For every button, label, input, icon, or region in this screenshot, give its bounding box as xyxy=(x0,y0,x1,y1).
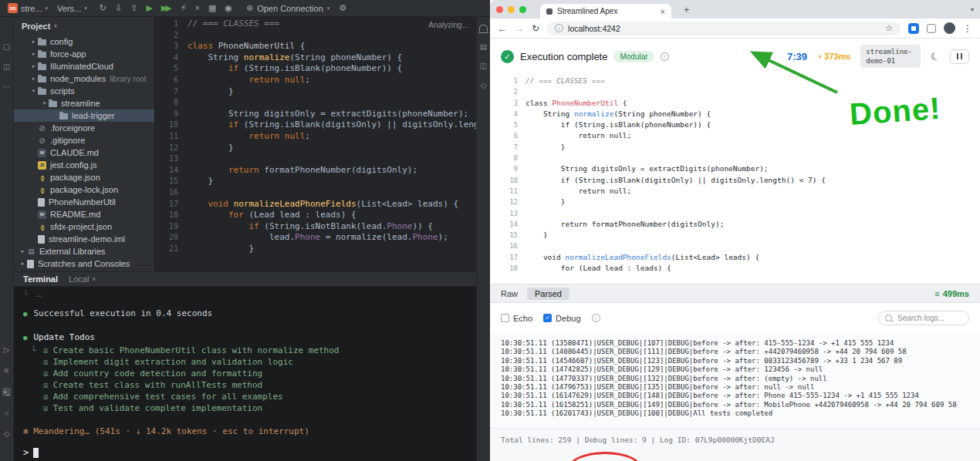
bookmark-star-icon[interactable]: ☆ xyxy=(885,23,893,33)
code-line[interactable]: 17 void normalizeLeadPhoneFields(List<Le… xyxy=(155,199,476,210)
tree-item[interactable]: ⊘.forceignore xyxy=(14,122,154,134)
vcs-selector[interactable]: Vers... ▾ xyxy=(57,4,87,13)
forward-button[interactable]: → xyxy=(515,23,524,34)
raw-tab[interactable]: Raw xyxy=(501,289,518,298)
browser-menu-icon[interactable]: ⋮ xyxy=(963,23,972,34)
tree-item[interactable]: ▸config xyxy=(14,35,154,48)
code-line[interactable]: 9 String digitsOnly = extractDigits(phon… xyxy=(155,109,476,120)
code-line[interactable]: 20 lead.Phone = normalize(lead.Phone); xyxy=(155,232,476,244)
tree-item[interactable]: ▸force-app xyxy=(14,48,154,60)
project-selector[interactable]: SD stre... ▾ xyxy=(8,3,48,13)
stop-icon[interactable]: × xyxy=(195,4,200,12)
info-icon[interactable]: i xyxy=(661,52,669,61)
more-icon[interactable]: ⋯ xyxy=(3,83,11,91)
tree-item-label: .forceignore xyxy=(50,123,95,133)
tab-terminal[interactable]: Terminal xyxy=(23,274,58,284)
todo-tool-icon[interactable]: ≡ xyxy=(5,367,9,375)
pause-button[interactable] xyxy=(950,49,969,64)
code-line[interactable]: 3class PhoneNumberUtil { xyxy=(155,41,476,52)
code-line[interactable]: 8 xyxy=(155,97,476,109)
tree-item[interactable]: {}package-lock.json xyxy=(14,183,154,196)
profile-avatar[interactable] xyxy=(944,22,955,34)
sync-icon[interactable]: ↻ xyxy=(100,4,106,12)
back-button[interactable]: ← xyxy=(498,23,507,34)
address-bar[interactable]: i localhost:4242 ☆ xyxy=(547,22,901,35)
tree-item[interactable]: MCLAUDE.md xyxy=(14,146,154,159)
code-line[interactable]: 7 } xyxy=(155,86,476,98)
database-icon[interactable]: ◫ xyxy=(480,62,487,70)
tree-item[interactable]: {}package.json xyxy=(14,171,154,183)
lightning-icon[interactable]: ⚡ xyxy=(181,4,187,12)
services-tool-icon[interactable]: ◇ xyxy=(4,430,10,438)
pull-icon[interactable]: ⇩ xyxy=(115,4,122,12)
code-line[interactable]: 2 xyxy=(155,30,476,42)
tree-item[interactable]: ▸IlluminatedCloud xyxy=(14,60,154,72)
run-icon[interactable]: ▶ xyxy=(146,4,152,12)
tree-item[interactable]: streamline-demo.iml xyxy=(14,233,154,245)
push-icon[interactable]: ⇧ xyxy=(130,4,137,12)
tree-item[interactable]: MREADME.md xyxy=(14,208,154,220)
close-tab-icon[interactable]: × xyxy=(661,7,665,16)
project-panel-header[interactable]: Project ▾ xyxy=(14,17,154,35)
echo-checkbox[interactable]: Echo xyxy=(501,314,532,323)
code-line[interactable]: 10 if (String.isBlank(digitsOnly) || dig… xyxy=(155,119,476,131)
zoom-window-button[interactable] xyxy=(519,6,526,13)
code-line[interactable]: 13 xyxy=(155,153,476,165)
tree-item[interactable]: lead-trigger xyxy=(14,109,154,122)
code-line[interactable]: 21 } xyxy=(155,244,476,255)
code-line[interactable]: 16 xyxy=(155,187,476,199)
tree-item[interactable]: JSjest.config.js xyxy=(14,159,154,171)
tree-item[interactable]: PhoneNumberUtil xyxy=(14,196,154,208)
settings-gear-icon[interactable]: ⚙ xyxy=(339,4,346,12)
terminal-tool-icon[interactable]: >_ xyxy=(2,388,12,396)
org-selector[interactable]: streamline-demo-01 xyxy=(860,45,921,68)
search-box[interactable] xyxy=(878,311,969,325)
code-line[interactable]: 11 return null; xyxy=(155,131,476,143)
search-input[interactable] xyxy=(896,313,962,323)
open-connection-button[interactable]: ⊕ Open Connection ▾ xyxy=(246,3,329,13)
terminal-panel[interactable]: └ … ● Successful execution in 0.4 second… xyxy=(14,287,476,461)
browser-tab[interactable]: Streamlined Apex × xyxy=(540,4,671,19)
extensions-icon[interactable] xyxy=(927,24,936,33)
minimize-window-button[interactable] xyxy=(508,6,515,13)
site-info-icon[interactable]: i xyxy=(555,24,563,32)
record-icon[interactable]: ◉ xyxy=(225,4,232,12)
parsed-tab[interactable]: Parsed xyxy=(527,288,569,300)
terminal-prompt[interactable]: > xyxy=(23,447,39,458)
debug-checkbox[interactable]: ✓ Debug xyxy=(543,314,580,323)
code-line[interactable]: 15 } xyxy=(155,176,476,187)
code-editor[interactable]: Analyzing... 1// === CLASSES ===23class … xyxy=(154,17,476,271)
code-line[interactable]: 19 if (String.isNotBlank(lead.Phone)) { xyxy=(155,221,476,233)
tree-item[interactable]: ▸node_moduleslibrary root xyxy=(14,72,154,85)
commit-icon[interactable]: ◫ xyxy=(3,63,10,71)
code-line[interactable]: 12 } xyxy=(155,143,476,154)
code-line[interactable]: 4 String normalize(String phoneNumber) { xyxy=(155,52,476,64)
code-line[interactable]: 6 return null; xyxy=(155,75,476,86)
notifications-icon[interactable] xyxy=(479,25,488,32)
project-icon[interactable]: ▢ xyxy=(3,43,10,51)
pinned-extension-icon[interactable] xyxy=(908,23,919,34)
reload-button[interactable]: ↻ xyxy=(532,23,539,34)
dependencies-icon[interactable]: ◇ xyxy=(481,82,487,89)
theme-toggle-icon[interactable]: ☾ xyxy=(930,49,941,63)
tree-item[interactable]: ▸▤External Libraries xyxy=(14,245,154,257)
tab-local[interactable]: Local × xyxy=(69,274,96,284)
coverage-icon[interactable]: ▦ xyxy=(208,4,216,12)
run-all-icon[interactable]: ▶▶ xyxy=(161,4,170,12)
tab-search-icon[interactable]: ▾ xyxy=(971,6,974,13)
tree-item[interactable]: ⊘.gitignore xyxy=(14,134,154,146)
code-line[interactable]: 5 if (String.isBlank(phoneNumber)) { xyxy=(155,63,476,75)
find-tool-icon[interactable]: ○ xyxy=(4,409,8,417)
run-tool-icon[interactable]: ▷ xyxy=(4,346,10,354)
close-icon[interactable]: × xyxy=(92,275,96,283)
code-line[interactable]: 14 return formatPhoneNumber(digitsOnly); xyxy=(155,165,476,177)
tree-item[interactable]: ▸Scratches and Consoles xyxy=(14,257,154,270)
info-icon[interactable]: i xyxy=(592,314,600,322)
tree-item[interactable]: ▾scripts xyxy=(14,85,154,97)
tree-item[interactable]: ▾streamline xyxy=(14,97,154,109)
tree-item[interactable]: {}sfdx-project.json xyxy=(14,220,154,233)
close-window-button[interactable] xyxy=(496,6,503,13)
code-line[interactable]: 18 for (Lead lead : leads) { xyxy=(155,210,476,221)
layers-icon[interactable]: ▤ xyxy=(480,43,487,51)
new-tab-button[interactable]: + xyxy=(684,4,690,15)
